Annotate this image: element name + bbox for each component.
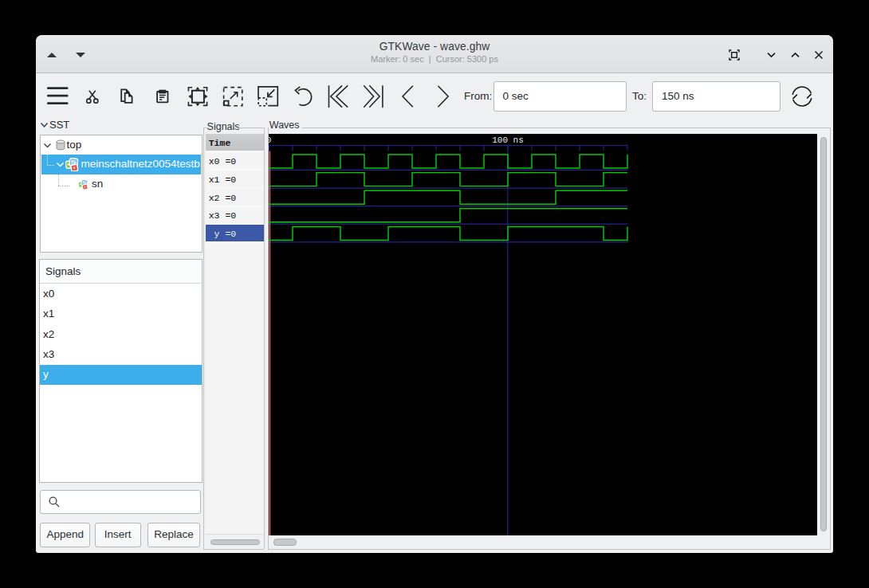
svg-text:0: 0 [269, 135, 271, 145]
svg-text:100 ns: 100 ns [492, 135, 524, 145]
